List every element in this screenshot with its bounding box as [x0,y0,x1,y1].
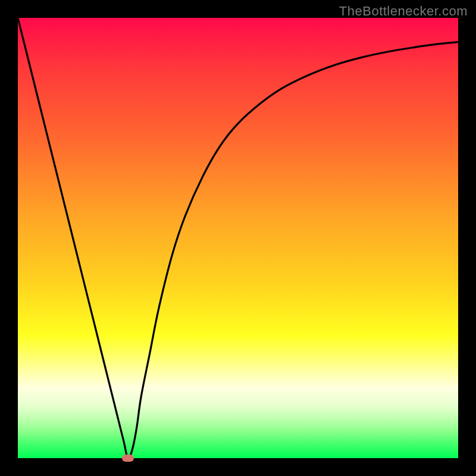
optimum-marker [122,455,134,462]
watermark-text: TheBottlenecker.com [339,4,468,19]
bottleneck-curve [18,18,458,458]
plot-area [18,18,458,458]
chart-frame: TheBottlenecker.com [0,0,476,476]
